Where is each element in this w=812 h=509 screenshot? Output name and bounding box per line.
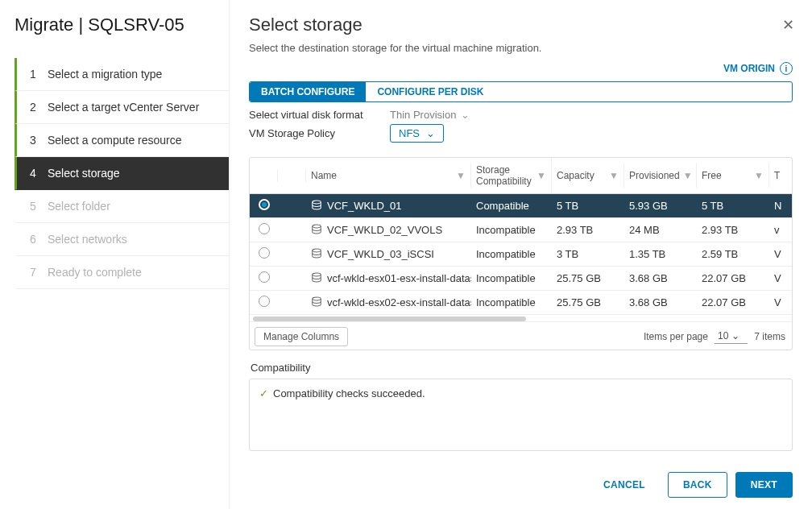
cell-free: 2.93 TB [697, 221, 769, 239]
storage-policy-label: VM Storage Policy [249, 127, 390, 139]
svg-point-1 [313, 225, 321, 228]
compatibility-title: Compatibility [251, 362, 793, 374]
vm-origin-link[interactable]: VM ORIGIN i [723, 62, 793, 75]
cell-t: V [769, 245, 789, 263]
cell-provisioned: 5.93 GB [624, 197, 697, 215]
radio-select[interactable] [259, 199, 270, 210]
cancel-button[interactable]: CANCEL [589, 473, 660, 497]
cell-compat: Compatible [471, 197, 552, 215]
cell-capacity: 3 TB [552, 245, 624, 263]
check-icon: ✓ [259, 387, 268, 399]
radio-select[interactable] [259, 271, 270, 283]
compatibility-box: ✓Compatibility checks succeeded. [249, 379, 793, 451]
col-compat[interactable]: Storage Compatibility [476, 164, 533, 187]
cell-t: v [769, 221, 789, 239]
wizard-step[interactable]: 1Select a migration type [14, 58, 229, 91]
table-header: Name▼ Storage Compatibility▼ Capacity▼ P… [250, 158, 792, 194]
col-t[interactable]: T [774, 170, 780, 181]
cell-provisioned: 1.35 TB [624, 245, 697, 263]
cell-capacity: 2.93 TB [552, 221, 624, 239]
datastore-table: Name▼ Storage Compatibility▼ Capacity▼ P… [249, 157, 793, 350]
wizard-step: 5Select folder [14, 190, 229, 223]
svg-point-0 [313, 201, 321, 204]
next-button[interactable]: NEXT [735, 472, 793, 498]
cell-free: 22.07 GB [697, 293, 769, 312]
col-name[interactable]: Name [311, 170, 337, 181]
chevron-down-icon: ⌄ [461, 109, 470, 121]
cell-t: N [769, 197, 789, 215]
table-row[interactable]: VCF_WKLD_03_iSCSIIncompatible3 TB1.35 TB… [250, 242, 792, 267]
filter-icon[interactable]: ▼ [754, 170, 764, 181]
datastore-name: vcf-wkld-esx01-esx-install-datastore [327, 272, 471, 284]
cell-compat: Incompatible [471, 221, 552, 239]
page-title: Select storage [249, 14, 793, 35]
disk-format-select[interactable]: Thin Provision ⌄ [390, 109, 470, 121]
datastore-name: vcf-wkld-esx02-esx-install-datastore [327, 296, 471, 308]
manage-columns-button[interactable]: Manage Columns [255, 327, 348, 346]
wizard-step[interactable]: 2Select a target vCenter Server [14, 91, 229, 124]
configure-mode-tabs: BATCH CONFIGURE CONFIGURE PER DISK [249, 81, 793, 102]
cell-capacity: 25.75 GB [552, 269, 624, 288]
cell-capacity: 25.75 GB [552, 293, 624, 312]
svg-point-3 [313, 273, 321, 276]
cell-compat: Incompatible [471, 293, 552, 312]
wizard-step: 7Ready to complete [14, 256, 229, 289]
disk-format-label: Select virtual disk format [249, 109, 390, 121]
tab-batch-configure[interactable]: BATCH CONFIGURE [250, 82, 366, 101]
filter-icon[interactable]: ▼ [609, 170, 619, 181]
wizard-step[interactable]: 3Select a compute resource [14, 124, 229, 157]
table-row[interactable]: vcf-wkld-esx02-esx-install-datastoreInco… [250, 291, 792, 315]
page-subtitle: Select the destination storage for the v… [249, 42, 793, 54]
chevron-down-icon: ⌄ [426, 127, 435, 139]
wizard-step[interactable]: 4Select storage [14, 157, 229, 190]
cell-free: 22.07 GB [697, 269, 769, 288]
datastore-name: VCF_WKLD_01 [327, 200, 401, 212]
wizard-steps: 1Select a migration type2Select a target… [14, 58, 229, 289]
cell-compat: Incompatible [471, 245, 552, 263]
cell-t: V [769, 269, 789, 288]
wizard-step: 6Select networks [14, 223, 229, 256]
table-row[interactable]: VCF_WKLD_01Compatible5 TB5.93 GB5 TBN [250, 194, 792, 218]
svg-point-4 [313, 297, 321, 300]
filter-icon[interactable]: ▼ [683, 170, 693, 181]
wizard-title: Migrate | SQLSRV-05 [14, 14, 229, 35]
col-provisioned[interactable]: Provisioned [629, 170, 680, 181]
radio-select[interactable] [259, 223, 270, 234]
cell-compat: Incompatible [471, 269, 552, 288]
datastore-icon [311, 200, 322, 213]
info-icon: i [780, 62, 793, 75]
datastore-icon [311, 296, 322, 309]
svg-point-2 [313, 249, 321, 252]
datastore-name: VCF_WKLD_03_iSCSI [327, 248, 434, 260]
filter-icon[interactable]: ▼ [536, 170, 546, 181]
datastore-icon [311, 248, 322, 261]
chevron-down-icon: ⌄ [731, 330, 740, 341]
tab-configure-per-disk[interactable]: CONFIGURE PER DISK [366, 82, 495, 101]
cell-free: 5 TB [697, 197, 769, 215]
items-per-page-select[interactable]: 10⌄ [715, 330, 748, 344]
items-per-page-label: Items per page [644, 331, 708, 342]
horizontal-scrollbar[interactable] [250, 315, 792, 321]
storage-policy-select[interactable]: NFS ⌄ [390, 124, 444, 143]
table-row[interactable]: VCF_WKLD_02_VVOLSIncompatible2.93 TB24 M… [250, 218, 792, 242]
radio-select[interactable] [259, 296, 270, 307]
datastore-icon [311, 224, 322, 237]
item-count: 7 items [754, 331, 785, 342]
cell-provisioned: 24 MB [624, 221, 697, 239]
datastore-name: VCF_WKLD_02_VVOLS [327, 224, 442, 236]
radio-select[interactable] [259, 247, 270, 259]
table-row[interactable]: vcf-wkld-esx01-esx-install-datastoreInco… [250, 267, 792, 291]
close-icon[interactable]: ✕ [782, 16, 794, 34]
col-free[interactable]: Free [702, 170, 722, 181]
datastore-icon [311, 272, 322, 285]
cell-t: V [769, 293, 789, 312]
cell-provisioned: 3.68 GB [624, 293, 697, 312]
cell-provisioned: 3.68 GB [624, 269, 697, 288]
col-capacity[interactable]: Capacity [557, 170, 594, 181]
cell-capacity: 5 TB [552, 197, 624, 215]
compatibility-message: Compatibility checks succeeded. [273, 387, 425, 399]
cell-free: 2.59 TB [697, 245, 769, 263]
back-button[interactable]: BACK [668, 472, 727, 498]
filter-icon[interactable]: ▼ [456, 170, 466, 181]
